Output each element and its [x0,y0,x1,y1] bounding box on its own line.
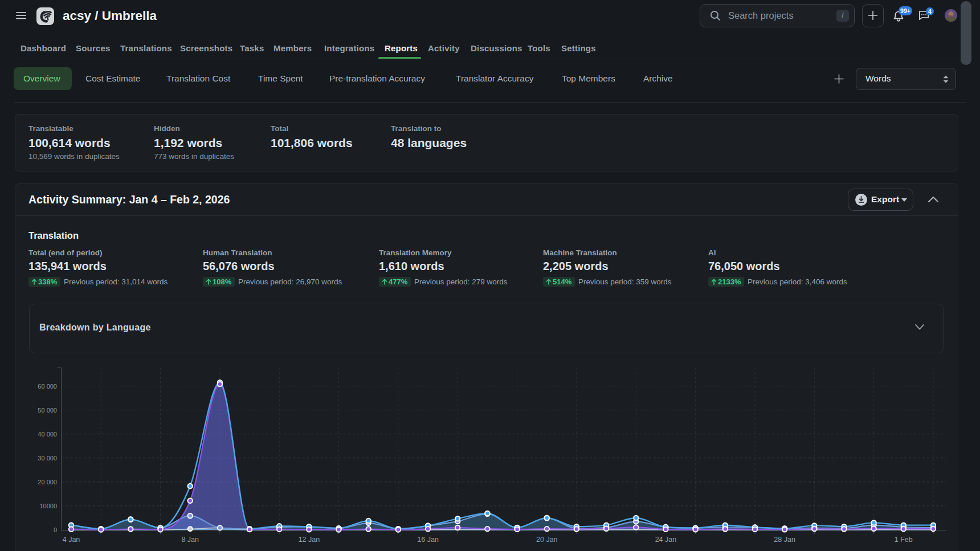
svg-text:12 Jan: 12 Jan [299,536,320,544]
svg-text:8 Jan: 8 Jan [181,536,199,544]
svg-text:16 Jan: 16 Jan [417,536,439,544]
svg-text:4 Jan: 4 Jan [63,536,80,544]
svg-text:40 000: 40 000 [38,431,57,438]
svg-text:50 000: 50 000 [38,407,57,414]
svg-text:0: 0 [54,526,57,533]
svg-text:24 Jan: 24 Jan [655,536,677,544]
svg-text:10000: 10000 [39,503,57,509]
svg-text:60 000: 60 000 [38,383,57,390]
svg-text:28 Jan: 28 Jan [774,536,795,544]
svg-text:30 000: 30 000 [38,455,57,462]
svg-text:1 Feb: 1 Feb [895,536,913,544]
svg-text:20 000: 20 000 [38,479,57,485]
svg-text:20 Jan: 20 Jan [536,536,558,544]
